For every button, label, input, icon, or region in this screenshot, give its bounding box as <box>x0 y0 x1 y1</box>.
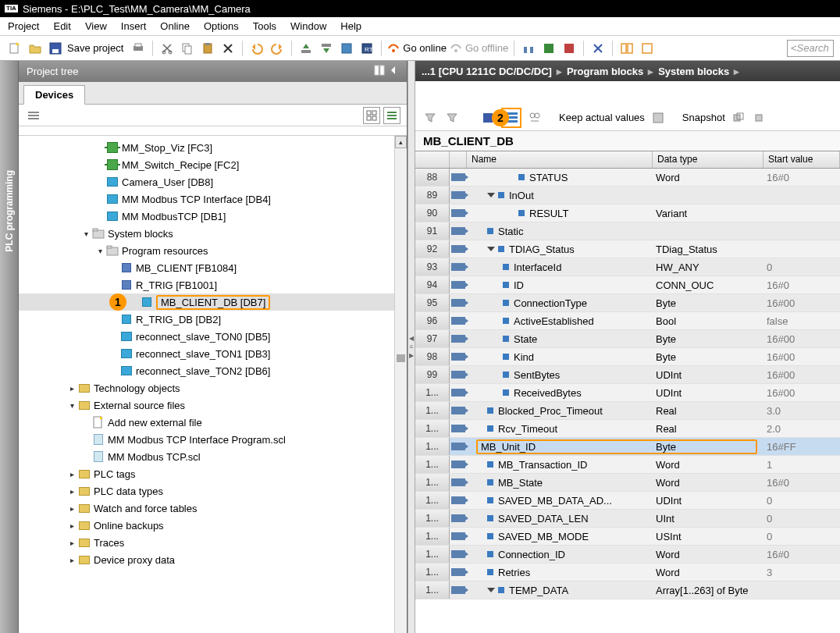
expand-icon[interactable] <box>95 212 105 221</box>
monitor-icon[interactable] <box>526 109 543 126</box>
expand-icon[interactable] <box>81 452 91 461</box>
tree-item[interactable]: reconnect_slave_TON0 [DB5] <box>19 328 407 345</box>
grid-row[interactable]: 89InOut <box>415 187 840 204</box>
menu-help[interactable]: Help <box>340 20 361 32</box>
tree-item[interactable]: ▸Device proxy data <box>19 551 407 568</box>
expand-icon[interactable] <box>487 247 495 251</box>
plc-programming-tab[interactable]: PLC programming <box>0 61 19 633</box>
save-icon[interactable] <box>47 40 64 57</box>
grid-row[interactable]: 1...MB_Unit_IDByte16#FF <box>415 438 840 456</box>
grid-row[interactable]: 1...SAVED_MB_DATA_AD...UDInt0 <box>415 492 840 510</box>
filter-icon[interactable] <box>422 109 439 126</box>
tree-item[interactable]: MM Modbus TCP Interface [DB4] <box>19 190 407 208</box>
upload-icon[interactable] <box>318 40 335 57</box>
layout-single-icon[interactable] <box>639 40 656 57</box>
tree-item[interactable]: R_TRIG [FB1001] <box>19 276 407 293</box>
tree-item[interactable]: MM Modbus TCP Interface Program.scl <box>19 431 407 448</box>
splitter[interactable]: ◀ ≡ ▶ <box>408 61 415 633</box>
expand-icon[interactable]: ▸ <box>67 538 77 547</box>
menu-tools[interactable]: Tools <box>253 20 276 32</box>
open-project-icon[interactable] <box>27 40 44 57</box>
expand-icon[interactable] <box>95 177 105 187</box>
snapshot-save-icon[interactable] <box>650 109 667 126</box>
tree-item[interactable]: ▸Watch and force tables <box>19 500 407 517</box>
breadcrumb-item[interactable]: ...1 [CPU 1211C DC/DC/DC] <box>422 66 552 77</box>
expand-icon[interactable] <box>109 280 119 290</box>
paste-icon[interactable] <box>199 40 216 57</box>
grid-row[interactable]: 1...MB_StateWord16#0 <box>415 474 840 492</box>
start-cpu-icon[interactable] <box>540 40 557 57</box>
expand-icon[interactable]: ▸ <box>67 555 77 564</box>
tree-vscrollbar[interactable]: ▴ <box>394 136 407 633</box>
copy-icon[interactable] <box>179 40 196 57</box>
menu-options[interactable]: Options <box>204 20 239 32</box>
tree-item[interactable]: ▾External source files <box>19 397 407 414</box>
snapshot-button[interactable]: Snapshot <box>682 112 725 123</box>
tree-item[interactable]: MM_Switch_Recipe [FC2] <box>19 156 407 173</box>
tree-item[interactable]: 1MB_CLIENT_DB [DB7] <box>19 293 407 311</box>
menu-insert[interactable]: Insert <box>121 20 147 32</box>
tree-item[interactable]: ▸Traces <box>19 534 407 551</box>
col-name[interactable]: Name <box>467 151 653 168</box>
download-icon[interactable] <box>297 40 315 57</box>
grid-row[interactable]: 91Static <box>415 222 840 240</box>
list-view-icon[interactable] <box>383 107 400 124</box>
tree-item[interactable]: reconnect_slave_TON2 [DB6] <box>19 362 407 379</box>
delete-icon[interactable] <box>219 40 237 57</box>
stop-cpu-icon[interactable] <box>561 40 578 57</box>
expand-icon[interactable] <box>109 349 119 358</box>
devices-tab[interactable]: Devices <box>23 85 85 105</box>
menu-online[interactable]: Online <box>160 20 190 32</box>
save-project-button[interactable]: Save project <box>67 42 123 54</box>
grid-row[interactable]: 97StateByte16#00 <box>415 330 840 348</box>
simulate-icon[interactable]: RT <box>358 40 376 57</box>
expand-icon[interactable]: ▾ <box>81 229 91 238</box>
expand-icon[interactable] <box>487 588 495 592</box>
print-icon[interactable] <box>130 40 147 57</box>
expand-icon[interactable]: ▸ <box>67 486 77 496</box>
cut-icon[interactable] <box>158 40 176 57</box>
expand-icon[interactable]: ▸ <box>67 383 77 393</box>
grid-row[interactable]: 1...SAVED_DATA_LENUInt0 <box>415 510 840 528</box>
grid-row[interactable]: 88STATUSWord16#0 <box>415 169 840 187</box>
grid-row[interactable]: 98KindByte16#00 <box>415 348 840 366</box>
expand-icon[interactable]: ▾ <box>67 400 77 410</box>
expand-icon[interactable]: ▸ <box>67 469 77 478</box>
grid-row[interactable]: 94IDCONN_OUC16#0 <box>415 276 840 294</box>
cross-ref-icon[interactable] <box>589 40 607 57</box>
copy-snapshot-icon[interactable] <box>730 109 747 126</box>
grid-view-icon[interactable] <box>363 107 380 124</box>
tree-item[interactable]: MM_Stop_Viz [FC3] <box>19 139 407 156</box>
tree-item[interactable]: ▾System blocks <box>19 225 407 242</box>
keep-actual-button[interactable]: Keep actual values <box>559 112 645 123</box>
tree-item[interactable]: ▸Technology objects <box>19 379 407 397</box>
expand-icon[interactable] <box>109 315 119 324</box>
tree-item[interactable]: ▾Program resources <box>19 242 407 259</box>
breadcrumb-item[interactable]: Program blocks <box>567 66 643 77</box>
tree-item[interactable]: ▸PLC tags <box>19 465 407 482</box>
new-project-icon[interactable] <box>6 40 23 57</box>
chevron-left-icon[interactable] <box>388 65 399 78</box>
expand-icon[interactable]: ▸ <box>67 503 77 513</box>
grid-row[interactable]: 1...ReceivedBytesUDInt16#00 <box>415 384 840 402</box>
col-type[interactable]: Data type <box>653 151 763 168</box>
accessible-icon[interactable] <box>520 40 537 57</box>
grid-row[interactable]: 1...Blocked_Proc_TimeoutReal3.0 <box>415 402 840 420</box>
compile-icon[interactable] <box>338 40 355 57</box>
tree-item[interactable]: Add new external file <box>19 414 407 431</box>
tree-item[interactable]: MB_CLIENT [FB1084] <box>19 259 407 276</box>
scroll-up-icon[interactable]: ▴ <box>395 136 407 148</box>
grid-row[interactable]: 1...SAVED_MB_MODEUSInt0 <box>415 528 840 546</box>
grid-row[interactable]: 92TDIAG_StatusTDiag_Status <box>415 240 840 258</box>
menu-window[interactable]: Window <box>290 20 326 32</box>
redo-icon[interactable] <box>269 40 286 57</box>
grid-row[interactable]: 93InterfaceIdHW_ANY0 <box>415 258 840 276</box>
grid-row[interactable]: 96ActiveEstablishedBoolfalse <box>415 312 840 330</box>
tree-item[interactable]: Camera_User [DB8] <box>19 173 407 190</box>
grid-row[interactable]: 1...MB_Transaction_IDWord1 <box>415 456 840 474</box>
tree-item[interactable]: reconnect_slave_TON1 [DB3] <box>19 345 407 362</box>
expand-icon[interactable] <box>109 366 119 375</box>
expand-icon[interactable] <box>487 193 495 197</box>
expand-icon[interactable]: ▾ <box>95 246 105 255</box>
breadcrumb-item[interactable]: System blocks <box>658 66 729 77</box>
